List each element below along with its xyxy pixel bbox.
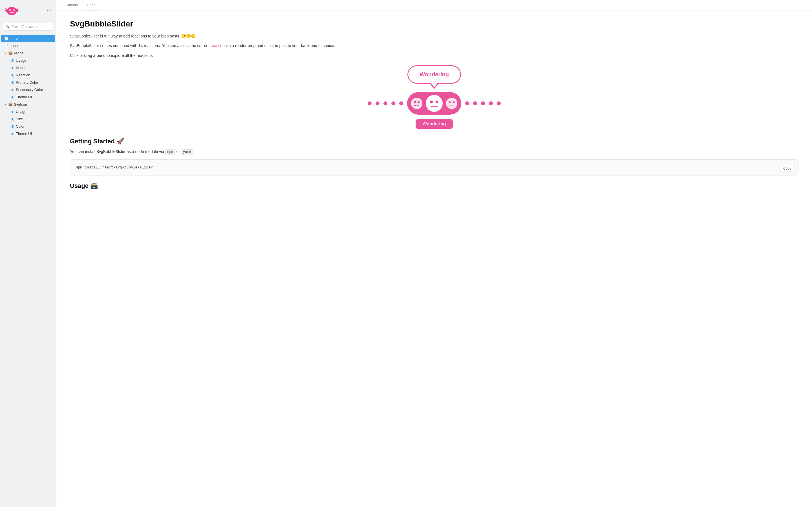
sidebar-section-props[interactable]: ▼ 📦 Props [1, 50, 55, 57]
search-placeholder: Press "/" to search... [11, 25, 42, 29]
sidebar-item-label: Usage [16, 58, 27, 62]
speech-bubble: Wondering [407, 65, 461, 83]
svg-point-21 [446, 98, 457, 109]
reaction-label-badge: Wondering [416, 119, 453, 129]
folder-icon: 📦 [8, 51, 13, 55]
demo-area: Wondering [70, 65, 799, 129]
sidebar-item-label: Reaction [16, 73, 30, 77]
more-button[interactable]: ··· [45, 6, 53, 15]
sidebar-item-props-primary[interactable]: ◧ Primary Color [1, 79, 55, 86]
intro-text-2: SvgBubbleSlider comes equipped with 14 r… [70, 43, 799, 49]
usage-title: Usage 🗃️ [70, 182, 799, 189]
sidebar-item-props-secondary[interactable]: ◧ Secondary Color [1, 86, 55, 93]
tab-docs[interactable]: Docs [82, 0, 100, 10]
component-icon: ◧ [11, 95, 14, 99]
intro-text-3: Click or drag around to explore all the … [70, 52, 799, 59]
sidebar-item-label: Usage [16, 110, 27, 114]
sidebar-item-label: Size [16, 117, 23, 121]
slider-dot[interactable] [375, 101, 379, 105]
svg-point-1 [5, 9, 9, 12]
slider-center-faces[interactable] [407, 92, 461, 115]
component-icon: ◧ [11, 110, 14, 114]
sidebar-item-label: Theme UI [16, 95, 32, 99]
slider-dot[interactable] [368, 101, 371, 105]
svg-point-22 [449, 101, 451, 103]
component-icon: ◧ [11, 73, 14, 77]
svg-point-5 [9, 10, 10, 11]
tab-canvas[interactable]: Canvas [61, 0, 82, 10]
getting-started-text: You can install SvgBubbleSlider as a nod… [70, 149, 799, 155]
code-text: npm install react-svg-bubble-slider [76, 165, 153, 170]
copy-button[interactable]: Copy [779, 165, 795, 172]
sidebar-header: ··· [0, 0, 56, 20]
slider-dot[interactable] [391, 101, 395, 105]
svg-point-19 [436, 101, 439, 103]
getting-started-title: Getting Started 🚀 [70, 138, 799, 145]
component-icon: ◧ [11, 80, 14, 84]
search-icon: 🔍 [6, 25, 10, 29]
slider-dot[interactable] [465, 101, 469, 105]
svg-point-23 [453, 101, 455, 103]
svg-point-12 [411, 98, 422, 109]
svg-point-18 [430, 101, 433, 103]
sidebar-item-label: Secondary Color [16, 88, 43, 92]
svg-line-7 [5, 8, 6, 9]
slider-dot[interactable] [384, 101, 388, 105]
sidebar: ··· 🔍 Press "/" to search... 📄 Intro 📄 I… [0, 0, 56, 507]
sidebar-item-svgicon-theme[interactable]: ◧ Theme UI [1, 130, 55, 137]
face-meh-icon [446, 97, 458, 110]
slider-track[interactable] [368, 92, 501, 115]
sidebar-item-props-usage[interactable]: ◧ Usage [1, 57, 55, 64]
intro-text-1: SvgBubbleSlider is fun way to add reacti… [70, 33, 799, 39]
yarn-code: yarn [181, 149, 193, 155]
npm-code: npm [165, 149, 175, 155]
page-title: SvgBubbleSlider [70, 19, 799, 29]
svg-line-8 [4, 10, 6, 10]
sidebar-section-svgicon[interactable]: ▼ 📦 SvgIcon [1, 101, 55, 108]
main-content: Canvas Docs SvgBubbleSlider SvgBubbleSli… [56, 0, 812, 507]
component-icon: ◧ [11, 66, 14, 69]
sidebar-item-label: Icons [16, 66, 24, 70]
sidebar-item-icons[interactable]: 📄 Icons [1, 42, 55, 49]
search-bar[interactable]: 🔍 Press "/" to search... [3, 23, 53, 31]
sidebar-item-label: Primary Color [16, 80, 38, 84]
slider-dot[interactable] [399, 101, 403, 105]
slider-dot[interactable] [489, 101, 493, 105]
sidebar-item-props-theme[interactable]: ◧ Theme UI [1, 94, 55, 101]
gs-text-before: You can install SvgBubbleSlider as a nod… [70, 149, 165, 154]
chevron-down-icon: ▼ [4, 103, 7, 106]
code-block: npm install react-svg-bubble-slider Copy [70, 159, 799, 175]
sidebar-item-label: Intro [10, 36, 18, 41]
svg-point-17 [426, 95, 443, 112]
sidebar-item-props-reaction[interactable]: ◧ Reaction [1, 71, 55, 78]
chevron-down-icon: ▼ [4, 52, 7, 55]
app-logo [3, 3, 20, 17]
face-angry-icon [410, 97, 423, 110]
intro2-after: via a render prop and use it to post to … [225, 43, 335, 48]
sidebar-item-label: Theme UI [16, 131, 32, 136]
logo-area [3, 3, 20, 17]
component-icon: ◧ [11, 88, 14, 92]
tab-bar: Canvas Docs [56, 0, 812, 10]
sidebar-item-intro[interactable]: 📄 Intro [1, 35, 55, 42]
folder-icon: 📦 [8, 102, 13, 107]
slider-dot[interactable] [481, 101, 485, 105]
sidebar-item-svgicon-color[interactable]: ◧ Color [1, 123, 55, 130]
svg-line-10 [18, 10, 19, 10]
sidebar-item-svgicon-size[interactable]: ◧ Size [1, 115, 55, 122]
sidebar-item-label: Color [16, 124, 24, 128]
reaction-link[interactable]: reaction [211, 43, 225, 48]
nav-tree: 📄 Intro 📄 Icons ▼ 📦 Props ◧ Usage ◧ Icon… [0, 34, 56, 507]
or-text: or [175, 149, 181, 154]
docs-content: SvgBubbleSlider SvgBubbleSlider is fun w… [56, 10, 812, 507]
speech-text: Wondering [419, 71, 449, 77]
component-icon: ◧ [11, 132, 14, 135]
section-label: SvgIcon [14, 102, 27, 107]
page-icon: 📄 [4, 44, 9, 48]
slider-dot[interactable] [497, 101, 501, 105]
slider-dot[interactable] [473, 101, 477, 105]
sidebar-item-svgicon-usage[interactable]: ◧ Usage [1, 108, 55, 115]
component-icon: ◧ [11, 59, 14, 62]
page-icon: 📄 [4, 37, 9, 41]
sidebar-item-props-icons[interactable]: ◧ Icons [1, 64, 55, 71]
